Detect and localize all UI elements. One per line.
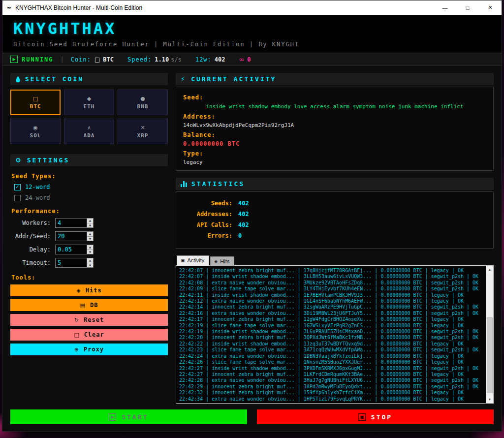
tool-button-label: DB (90, 302, 98, 309)
statistics-title: STATISTICS (191, 180, 245, 188)
checkbox-24-word[interactable]: 24-word (14, 194, 168, 201)
speed-unit: s/s (171, 56, 182, 63)
workers-increment[interactable]: ▲ (87, 219, 93, 223)
setting-row-timeout: Timeout:5▲▼ (11, 258, 168, 268)
scroll-down-arrow[interactable]: ▼ (486, 396, 493, 403)
stop-button[interactable]: ■ STOP (257, 409, 494, 424)
hits-count-icon: ∞ (239, 56, 245, 63)
db-button[interactable]: ▤DB (10, 299, 168, 311)
balance-value: 0.00000000 BTC (183, 140, 486, 147)
setting-row-addr-seed: Addr/Seed:20▲▼ (11, 231, 168, 241)
addr-seed-spinbox[interactable]: 20▲▼ (55, 231, 94, 241)
start-button-label: START (122, 413, 148, 421)
address-value: 14oWLvx9wXkAbpdjdPeCqpm2Pis92rgJ1A (183, 122, 486, 128)
proxy-button[interactable]: ⊕Proxy (10, 344, 168, 355)
stop-button-label: STOP (371, 413, 392, 421)
delay-spinbox[interactable]: 0.05▲▼ (55, 245, 94, 254)
timeout-decrement[interactable]: ▼ (87, 263, 93, 268)
close-button[interactable]: ✕ (479, 0, 502, 15)
log-scrollbar[interactable]: ▲ ▼ (486, 266, 493, 403)
addr-seed-increment[interactable]: ▲ (87, 232, 93, 236)
delay-decrement[interactable]: ▼ (87, 250, 93, 254)
log-line: 22:42:16 | extra naive wonder obviou... … (179, 311, 483, 316)
stat-label: API Calls: (183, 221, 232, 228)
coin-label: ETH (84, 103, 95, 110)
workers-decrement[interactable]: ▼ (87, 223, 93, 228)
settings-header: ⚙ SETTINGS (10, 154, 168, 166)
seed-label: Seed: (183, 94, 486, 101)
timeout-spinbox[interactable]: 5▲▼ (55, 258, 94, 268)
balance-label: Balance: (183, 131, 486, 138)
maximize-button[interactable]: □ (456, 0, 479, 15)
setting-row-delay: Delay:0.05▲▼ (11, 245, 168, 254)
coin-grid: □BTC◆ETH●BNB◉SOL∧ADA✕XRP (10, 90, 168, 144)
app-subtitle: Bitcoin Seed Bruteforce Hunter | Multi-C… (13, 41, 491, 48)
bnb-coin-icon: ● (140, 95, 145, 102)
stat-value: 402 (238, 211, 249, 218)
workers-spinbox[interactable]: 4▲▼ (55, 218, 94, 228)
ada-coin-icon: ∧ (87, 125, 91, 131)
current-activity-panel: Seed: inside wrist shadow embody love ac… (176, 87, 494, 171)
status-bar: ▶ RUNNING | Coin: □ BTC Speed: 1.10 s/s … (2, 53, 502, 66)
reset-button[interactable]: ↻Reset (10, 314, 168, 326)
coin-button-btc[interactable]: □BTC (10, 90, 61, 115)
setting-label: Timeout: (11, 259, 51, 266)
coin-drop-icon (15, 76, 21, 83)
tab-hits[interactable]: ◈Hits (210, 256, 234, 266)
tool-button-label: Clear (84, 331, 104, 338)
spinbox-value: 5 (56, 258, 87, 267)
spinbox-buttons: ▲▼ (87, 245, 93, 254)
delay-increment[interactable]: ▲ (87, 245, 93, 250)
log-line: 22:42:34 | extra naive wonder obviou... … (179, 396, 483, 402)
left-column: SELECT COIN □BTC◆ETH●BNB◉SOL∧ADA✕XRP ⚙ S… (10, 73, 168, 404)
log-line: 22:42:09 | slice fame tape solve mar... … (179, 286, 483, 292)
stats-panel: Seeds:402Addresses:402API Calls:402Error… (176, 191, 494, 249)
timeout-increment[interactable]: ▲ (87, 258, 93, 263)
log-line: 22:42:07 | inside wrist shadow embod... … (179, 274, 483, 280)
log-line: 22:42:23 | slice fame tape solve mar... … (179, 347, 483, 353)
clear-button[interactable]: □Clear (10, 329, 168, 341)
db-icon: ▤ (80, 302, 86, 309)
minimize-button[interactable]: — (434, 0, 456, 15)
scrollbar-thumb[interactable] (487, 317, 493, 393)
tool-button-label: Hits (86, 287, 102, 294)
reset-icon: ↻ (74, 317, 79, 323)
addr-seed-decrement[interactable]: ▼ (87, 236, 93, 241)
coin-label: BNB (137, 103, 149, 110)
log-view[interactable]: 22:42:07 | innocent zebra bright muf... … (177, 266, 485, 403)
coin-status-value: BTC (103, 56, 114, 63)
setting-label: Addr/Seed: (11, 233, 51, 240)
current-activity-header: ⚡ CURRENT ACTIVITY (176, 73, 494, 85)
type-value: legacy (183, 159, 486, 165)
spinbox-value: 4 (56, 219, 87, 227)
checkbox-12-word[interactable]: ✓12-word (14, 184, 168, 190)
titlebar[interactable]: ✒ KNYGHTHAX Bitcoin Hunter - Multi-Coin … (2, 0, 502, 15)
coin-button-eth[interactable]: ◆ETH (64, 90, 114, 115)
log-line: 22:42:27 | inside wrist shadow embod... … (179, 366, 483, 372)
log-line: 22:42:08 | extra naive wonder obviou... … (179, 280, 483, 286)
hits-button[interactable]: ◈Hits (10, 284, 168, 296)
log-line: 22:42:26 | slice fame tape solve mar... … (179, 359, 483, 365)
setting-label: Workers: (11, 219, 51, 226)
tools-label: Tools: (11, 274, 168, 281)
start-button[interactable]: ▶ START (10, 409, 247, 424)
right-column: ⚡ CURRENT ACTIVITY Seed: inside wrist sh… (176, 73, 494, 404)
checkbox-icon (14, 195, 21, 201)
coin-button-ada[interactable]: ∧ADA (64, 119, 114, 144)
scroll-up-arrow[interactable]: ▲ (486, 266, 493, 273)
log-line: 22:42:19 | inside wrist shadow embod... … (179, 329, 483, 335)
coin-button-xrp[interactable]: ✕XRP (118, 119, 168, 144)
hits-tab-icon: ◈ (214, 259, 218, 264)
spinbox-value: 20 (56, 232, 87, 241)
speed-label: Speed: (127, 56, 152, 63)
coin-button-sol[interactable]: ◉SOL (10, 119, 61, 144)
seed-words: inside wrist shadow embody love access a… (202, 103, 468, 110)
proxy-icon: ⊕ (74, 346, 79, 353)
tab-activity[interactable]: ▣Activity (177, 255, 209, 266)
checkbox-icon: ✓ (14, 184, 21, 190)
scrollbar-track[interactable] (486, 273, 493, 396)
coin-label: SOL (30, 132, 41, 139)
speed-value: 1.10 (155, 56, 169, 63)
sol-coin-icon: ◉ (33, 125, 38, 131)
coin-button-bnb[interactable]: ●BNB (118, 90, 168, 115)
